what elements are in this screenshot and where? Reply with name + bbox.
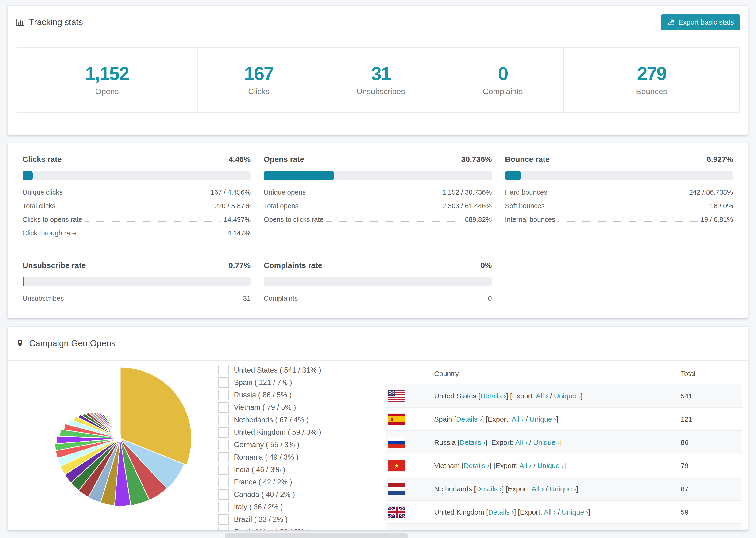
metric-label: Unique clicks [23,188,63,196]
opens-rate-heading: Opens rate30.736% [264,155,492,164]
dotted-leader [58,207,211,208]
stat-opens: 1,152Opens [17,48,198,112]
clicks-rate-panel: Clicks rate4.46%Unique clicks167 / 4.456… [23,155,250,240]
total-cell: 121 [681,415,692,423]
export-unique-link[interactable]: Unique › [530,415,556,423]
rate-value: 6.927% [707,155,733,164]
legend-item: Germany ( 55 / 3% ) [218,440,321,450]
export-unique-link[interactable]: Unique › [554,392,580,400]
metric-label: Opens to clicks rate [264,216,324,224]
export-button-label: Export basic stats [678,18,734,26]
legend-item: South Africa ( 29 / 2% ) [218,527,321,530]
legend-label: Brazil ( 33 / 2% ) [234,515,288,524]
dotted-leader [79,235,225,235]
rates-card: Clicks rate4.46%Unique clicks167 / 4.456… [7,143,748,318]
country-cell: Spain [Details ›] [Export: All › / Uniqu… [434,415,558,423]
rate-title: Clicks rate [23,155,62,164]
dotted-leader [300,300,485,300]
export-unique-link[interactable]: Unique › [537,462,564,469]
bounce-rate-heading: Bounce rate6.927% [505,155,733,164]
total-cell: 79 [681,462,688,470]
dotted-leader [558,221,698,222]
progress-fill [23,277,24,286]
rate-title: Bounce rate [505,155,550,164]
metric-label: Clicks to opens rate [23,216,82,224]
export-icon [667,18,675,26]
clicks-rate-heading: Clicks rate4.46% [23,155,250,164]
stat-label: Bounces [636,87,667,96]
opens-rate-panel: Opens rate30.736%Unique opens1,152 / 30.… [264,155,492,240]
flag-gb-icon [388,507,405,518]
progress-fill [505,171,521,180]
metric-value: 14.497% [224,216,251,224]
progress-fill [264,171,334,180]
export-all-link[interactable]: All › [515,439,527,446]
metric-value: 242 / 86.738% [689,188,733,196]
dotted-leader [550,194,686,194]
stat-value: 0 [498,64,508,83]
legend-label: Germany ( 55 / 3% ) [234,441,299,449]
unsubscribe-rate-heading: Unsubscribe rate0.77% [23,261,250,270]
flag-ru-icon [388,437,405,448]
legend-swatch [218,477,229,487]
export-basic-stats-button[interactable]: Export basic stats [661,14,740,30]
metric-value: 689.82% [465,216,492,224]
export-unique-link[interactable]: Unique › [550,485,576,493]
rate-title: Unsubscribe rate [23,261,86,270]
export-all-link[interactable]: All › [536,392,548,400]
legend-item: Spain ( 121 / 7% ) [218,378,321,388]
partial-element-below-card [225,533,408,538]
total-cell: 86 [681,439,688,447]
metric-label: Unsubscribes [23,295,64,302]
export-all-link[interactable]: All › [544,508,556,516]
export-unique-link[interactable]: Unique › [562,508,588,516]
details-link[interactable]: Details › [476,485,502,493]
export-all-link[interactable]: All › [519,462,531,469]
export-all-link[interactable]: All › [531,485,544,493]
legend-label: Netherlands ( 67 / 4% ) [234,416,309,424]
legend-swatch [218,402,229,413]
details-link[interactable]: Details › [459,439,485,446]
dotted-leader [66,194,208,194]
metric-value: 19 / 6.81% [700,216,733,224]
metric-label: Complaints [264,295,298,302]
table-row-ru: Russia [Details ›] [Export: All › / Uniq… [386,430,742,454]
campaign-geo-opens-card: Campaign Geo Opens United States ( 541 /… [7,326,748,530]
details-link[interactable]: Details › [488,508,514,516]
flag-us-icon [388,390,405,402]
bar-chart-icon [16,18,25,27]
flag-es-icon [388,413,405,425]
stat-value: 279 [637,64,666,83]
summary-stats-row: 1,152Opens167Clicks31Unsubscribes0Compla… [16,47,739,113]
legend-item: Brazil ( 33 / 2% ) [218,514,321,524]
details-link[interactable]: Details › [480,392,506,400]
pie-legend: United States ( 541 / 31% )Spain ( 121 /… [218,365,321,530]
stat-label: Complaints [483,87,523,96]
rate-title: Opens rate [264,155,304,164]
opens-rate-rows: Unique opens1,152 / 30.736%Total opens2,… [264,186,492,226]
stat-bounces: 279Bounces [564,48,739,112]
details-link[interactable]: Details › [464,462,490,469]
stat-label: Clicks [248,87,270,96]
export-all-link[interactable]: All › [512,415,524,423]
table-row-gb: United Kingdom [Details ›] [Export: All … [386,500,742,523]
stat-clicks: 167Clicks [198,48,320,112]
bounce-rate-progressbar [505,171,733,180]
rate-value: 4.46% [229,155,251,164]
metric-row: Hard bounces242 / 86.738% [505,186,733,199]
bounce-rate-panel: Bounce rate6.927%Hard bounces242 / 86.73… [505,155,733,240]
export-unique-link[interactable]: Unique › [533,439,560,446]
stat-complaints: 0Complaints [442,48,564,112]
metric-row: Total clicks220 / 5.87% [23,199,250,213]
legend-swatch [218,452,229,462]
metric-value: 220 / 5.87% [214,202,251,210]
column-header-total: Total [681,370,695,378]
legend-item: Netherlands ( 67 / 4% ) [218,415,321,425]
dotted-leader [308,194,439,194]
country-cell: United Kingdom [Details ›] [Export: All … [434,508,590,516]
complaints-rate-progressbar [264,277,492,286]
metric-label: Hard bounces [505,188,548,196]
details-link[interactable]: Details › [456,415,482,423]
metric-row: Complaints0 [264,292,492,305]
legend-swatch [218,514,229,525]
